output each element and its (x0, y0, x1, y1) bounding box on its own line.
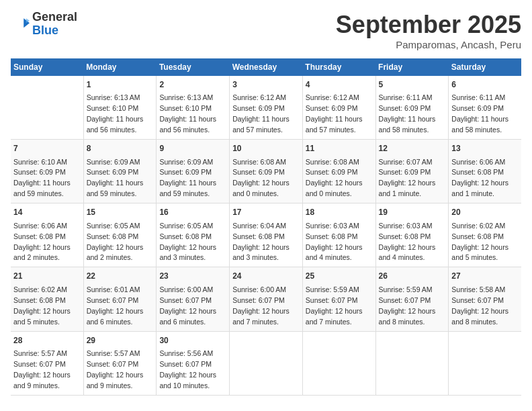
header-day: Thursday (302, 58, 375, 76)
calendar-cell: 3Sunrise: 6:12 AMSunset: 6:09 PMDaylight… (230, 76, 303, 140)
calendar-cell (449, 331, 521, 395)
calendar-cell: 11Sunrise: 6:08 AMSunset: 6:09 PMDayligh… (302, 140, 375, 203)
calendar-cell (375, 331, 449, 395)
day-info: Sunrise: 6:09 AMSunset: 6:09 PMDaylight:… (159, 158, 216, 198)
calendar-cell: 5Sunrise: 6:11 AMSunset: 6:09 PMDaylight… (375, 76, 449, 140)
day-number: 6 (451, 79, 519, 91)
calendar-week-row: 14Sunrise: 6:06 AMSunset: 6:08 PMDayligh… (11, 203, 521, 267)
day-info: Sunrise: 5:57 AMSunset: 6:07 PMDaylight:… (13, 349, 71, 390)
calendar-cell: 4Sunrise: 6:12 AMSunset: 6:09 PMDaylight… (302, 76, 375, 140)
calendar-cell: 10Sunrise: 6:08 AMSunset: 6:09 PMDayligh… (230, 140, 303, 203)
day-number: 18 (306, 207, 373, 218)
calendar-cell: 20Sunrise: 6:02 AMSunset: 6:08 PMDayligh… (449, 203, 521, 267)
day-number: 9 (159, 143, 226, 154)
day-info: Sunrise: 5:59 AMSunset: 6:07 PMDaylight:… (379, 285, 436, 326)
day-info: Sunrise: 5:57 AMSunset: 6:07 PMDaylight:… (87, 349, 144, 390)
title-block: September 2025 Pamparomas, Ancash, Peru (336, 11, 521, 50)
day-number: 15 (87, 207, 154, 218)
day-number: 17 (232, 207, 300, 218)
day-number: 8 (87, 143, 154, 154)
header-day: Tuesday (157, 58, 230, 76)
day-info: Sunrise: 6:05 AMSunset: 6:08 PMDaylight:… (159, 222, 216, 262)
day-info: Sunrise: 6:13 AMSunset: 6:10 PMDaylight:… (159, 93, 216, 134)
calendar-cell: 2Sunrise: 6:13 AMSunset: 6:10 PMDaylight… (157, 76, 230, 140)
calendar-cell: 28Sunrise: 5:57 AMSunset: 6:07 PMDayligh… (11, 331, 83, 395)
calendar-cell (302, 331, 375, 395)
day-number: 19 (379, 207, 446, 218)
calendar-cell: 13Sunrise: 6:06 AMSunset: 6:08 PMDayligh… (449, 140, 521, 203)
calendar-table: SundayMondayTuesdayWednesdayThursdayFrid… (11, 58, 521, 396)
day-info: Sunrise: 6:03 AMSunset: 6:08 PMDaylight:… (379, 222, 436, 262)
logo-blue-text: Blue (32, 24, 77, 38)
day-number: 1 (87, 79, 154, 91)
calendar-cell: 26Sunrise: 5:59 AMSunset: 6:07 PMDayligh… (375, 267, 449, 331)
day-info: Sunrise: 6:02 AMSunset: 6:08 PMDaylight:… (13, 285, 71, 326)
calendar-cell: 1Sunrise: 6:13 AMSunset: 6:10 PMDaylight… (83, 76, 157, 140)
header-day: Friday (375, 58, 449, 76)
day-info: Sunrise: 6:01 AMSunset: 6:07 PMDaylight:… (87, 285, 144, 326)
day-number: 14 (13, 207, 81, 218)
day-number: 7 (13, 143, 81, 154)
calendar-cell: 27Sunrise: 5:58 AMSunset: 6:07 PMDayligh… (449, 267, 521, 331)
calendar-week-row: 1Sunrise: 6:13 AMSunset: 6:10 PMDaylight… (11, 76, 521, 140)
day-info: Sunrise: 6:04 AMSunset: 6:08 PMDaylight:… (232, 222, 290, 262)
calendar-cell: 8Sunrise: 6:09 AMSunset: 6:09 PMDaylight… (83, 140, 157, 203)
calendar-week-row: 28Sunrise: 5:57 AMSunset: 6:07 PMDayligh… (11, 331, 521, 395)
day-number: 30 (159, 335, 226, 347)
calendar-cell: 18Sunrise: 6:03 AMSunset: 6:08 PMDayligh… (302, 203, 375, 267)
logo-icon (11, 15, 30, 34)
day-info: Sunrise: 6:13 AMSunset: 6:10 PMDaylight:… (87, 93, 144, 134)
day-number: 5 (379, 79, 446, 91)
day-number: 11 (306, 143, 373, 154)
day-number: 4 (306, 79, 373, 91)
day-info: Sunrise: 6:12 AMSunset: 6:09 PMDaylight:… (232, 93, 290, 134)
calendar-week-row: 21Sunrise: 6:02 AMSunset: 6:08 PMDayligh… (11, 267, 521, 331)
header-day: Saturday (449, 58, 521, 76)
calendar-cell: 15Sunrise: 6:05 AMSunset: 6:08 PMDayligh… (83, 203, 157, 267)
day-info: Sunrise: 6:05 AMSunset: 6:08 PMDaylight:… (87, 222, 144, 262)
logo-general-text: General (32, 11, 77, 24)
day-number: 25 (306, 271, 373, 282)
day-number: 28 (13, 335, 81, 347)
day-info: Sunrise: 6:00 AMSunset: 6:07 PMDaylight:… (232, 285, 290, 326)
day-number: 2 (159, 79, 226, 91)
header-day: Sunday (11, 58, 83, 76)
day-number: 12 (379, 143, 446, 154)
day-info: Sunrise: 5:59 AMSunset: 6:07 PMDaylight:… (306, 285, 363, 326)
calendar-cell (230, 331, 303, 395)
calendar-cell: 21Sunrise: 6:02 AMSunset: 6:08 PMDayligh… (11, 267, 83, 331)
calendar-cell: 14Sunrise: 6:06 AMSunset: 6:08 PMDayligh… (11, 203, 83, 267)
day-info: Sunrise: 5:56 AMSunset: 6:07 PMDaylight:… (159, 349, 216, 390)
day-number: 20 (451, 207, 519, 218)
calendar-cell: 12Sunrise: 6:07 AMSunset: 6:09 PMDayligh… (375, 140, 449, 203)
header-day: Wednesday (230, 58, 303, 76)
day-number: 26 (379, 271, 446, 282)
calendar-cell: 6Sunrise: 6:11 AMSunset: 6:09 PMDaylight… (449, 76, 521, 140)
day-info: Sunrise: 6:06 AMSunset: 6:08 PMDaylight:… (451, 158, 508, 198)
day-number: 22 (87, 271, 154, 282)
logo: General Blue (11, 11, 77, 38)
day-number: 16 (159, 207, 226, 218)
day-info: Sunrise: 5:58 AMSunset: 6:07 PMDaylight:… (451, 285, 508, 326)
day-info: Sunrise: 6:12 AMSunset: 6:09 PMDaylight:… (306, 93, 363, 134)
day-info: Sunrise: 6:06 AMSunset: 6:08 PMDaylight:… (13, 222, 71, 262)
day-number: 24 (232, 271, 300, 282)
calendar-cell: 22Sunrise: 6:01 AMSunset: 6:07 PMDayligh… (83, 267, 157, 331)
page-header: General Blue September 2025 Pamparomas, … (11, 11, 521, 50)
header-day: Monday (83, 58, 157, 76)
calendar-cell: 30Sunrise: 5:56 AMSunset: 6:07 PMDayligh… (157, 331, 230, 395)
header-row: SundayMondayTuesdayWednesdayThursdayFrid… (11, 58, 521, 76)
calendar-cell: 24Sunrise: 6:00 AMSunset: 6:07 PMDayligh… (230, 267, 303, 331)
month-title: September 2025 (336, 11, 521, 39)
day-number: 10 (232, 143, 300, 154)
calendar-week-row: 7Sunrise: 6:10 AMSunset: 6:09 PMDaylight… (11, 140, 521, 203)
location: Pamparomas, Ancash, Peru (336, 39, 521, 50)
day-info: Sunrise: 6:11 AMSunset: 6:09 PMDaylight:… (451, 93, 508, 134)
day-info: Sunrise: 6:02 AMSunset: 6:08 PMDaylight:… (451, 222, 508, 262)
day-info: Sunrise: 6:08 AMSunset: 6:09 PMDaylight:… (306, 158, 363, 198)
day-info: Sunrise: 6:07 AMSunset: 6:09 PMDaylight:… (379, 158, 436, 198)
day-info: Sunrise: 6:00 AMSunset: 6:07 PMDaylight:… (159, 285, 216, 326)
day-number: 23 (159, 271, 226, 282)
day-info: Sunrise: 6:03 AMSunset: 6:08 PMDaylight:… (306, 222, 363, 262)
calendar-cell: 23Sunrise: 6:00 AMSunset: 6:07 PMDayligh… (157, 267, 230, 331)
